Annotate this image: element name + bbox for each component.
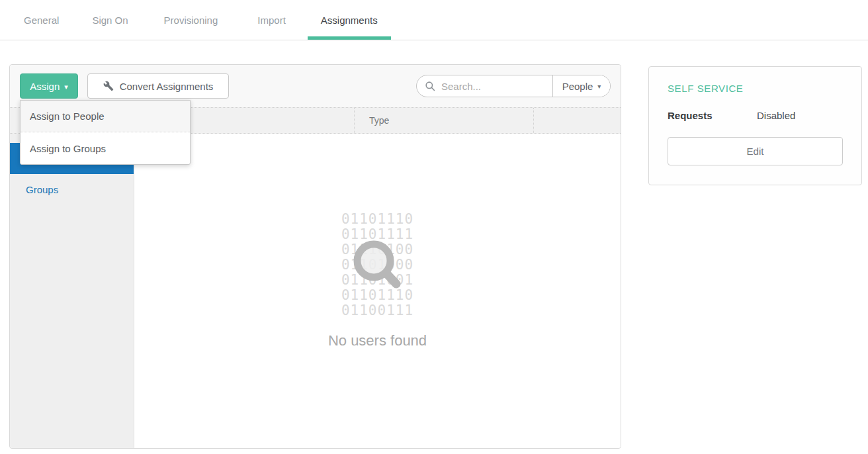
assignments-body: Groups 01101110 01101111 01110100 011010… <box>10 134 621 448</box>
search-scope-dropdown[interactable]: People ▾ <box>552 75 610 97</box>
search-scope-value: People <box>562 81 593 92</box>
empty-state-message: No users found <box>134 332 621 349</box>
sidebar-item-groups[interactable]: Groups <box>10 174 134 205</box>
assign-button[interactable]: Assign ▾ <box>20 73 78 99</box>
chevron-down-icon: ▾ <box>597 83 601 90</box>
search-group: People ▾ <box>416 75 611 97</box>
search-input[interactable] <box>441 81 541 92</box>
empty-state: 01101110 01101111 01110100 01101000 0110… <box>134 212 621 349</box>
menu-item-assign-to-people[interactable]: Assign to People <box>21 101 190 132</box>
chevron-down-icon: ▾ <box>64 83 68 91</box>
binary-line: 01101000 <box>341 257 413 273</box>
requests-label: Requests <box>668 110 757 121</box>
convert-assignments-button[interactable]: Convert Assignments <box>87 73 229 99</box>
search-icon <box>425 81 436 92</box>
convert-assignments-label: Convert Assignments <box>120 81 214 92</box>
wrench-icon <box>103 81 114 91</box>
binary-line: 01101110 <box>341 288 413 303</box>
requests-row: Requests Disabled <box>668 110 843 121</box>
tab-provisioning[interactable]: Provisioning <box>151 0 232 40</box>
edit-button[interactable]: Edit <box>668 137 843 165</box>
tab-sign-on[interactable]: Sign On <box>79 0 141 40</box>
app-tabs-bar: General Sign On Provisioning Import Assi… <box>0 0 868 40</box>
tab-general[interactable]: General <box>11 0 72 40</box>
assign-dropdown-menu: Assign to People Assign to Groups <box>20 100 191 165</box>
search-section <box>417 75 552 97</box>
column-header-actions <box>534 108 621 133</box>
binary-line: 01100111 <box>341 303 413 318</box>
tab-assignments[interactable]: Assignments <box>308 0 391 40</box>
menu-item-assign-to-groups[interactable]: Assign to Groups <box>21 132 190 164</box>
column-header-type: Type <box>355 108 534 133</box>
requests-status-value: Disabled <box>757 110 795 121</box>
self-service-title: SELF SERVICE <box>668 83 843 94</box>
binary-line: 01101110 <box>341 212 413 227</box>
binary-line: 01110100 <box>341 242 413 257</box>
assignments-content: 01101110 01101111 01110100 01101000 0110… <box>134 134 621 448</box>
assign-button-label: Assign <box>30 81 60 92</box>
self-service-panel: SELF SERVICE Requests Disabled Edit <box>648 66 862 185</box>
binary-art: 01101110 01101111 01110100 01101000 0110… <box>341 212 413 318</box>
binary-line: 01101001 <box>341 273 413 288</box>
assignments-sidebar: Groups <box>10 134 134 448</box>
tab-import[interactable]: Import <box>244 0 299 40</box>
binary-line: 01101111 <box>341 227 413 242</box>
